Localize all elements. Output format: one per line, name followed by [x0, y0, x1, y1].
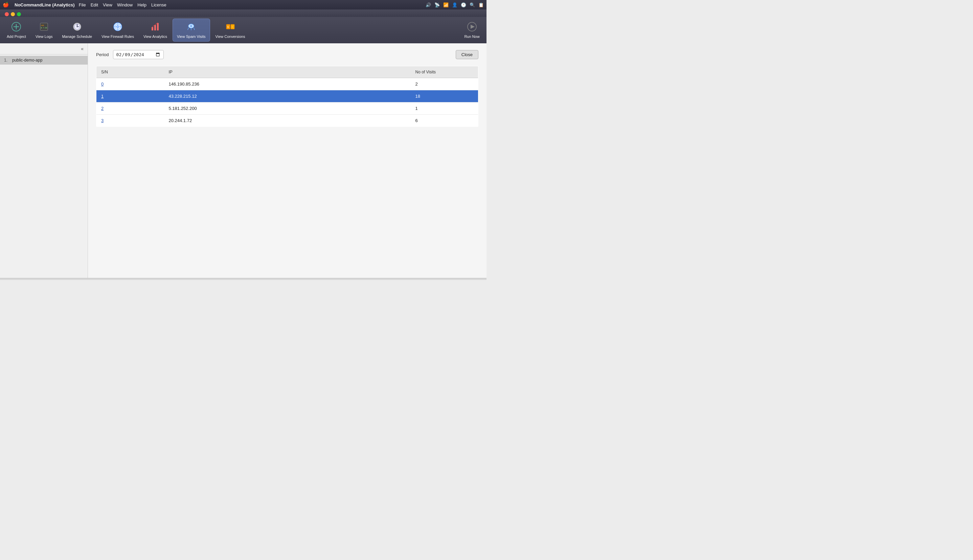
table-cell-sn: 1	[97, 90, 164, 102]
view-firewall-icon	[113, 22, 123, 33]
svg-text:VAR: VAR	[41, 24, 44, 27]
table-row[interactable]: 3 20.244.1.72 6	[97, 115, 478, 127]
svg-text:$: $	[227, 26, 229, 28]
table-row[interactable]: 0 146.190.85.236 2	[97, 78, 478, 90]
svg-line-24	[194, 28, 195, 30]
view-logs-icon: VAR W 7:36	[39, 22, 49, 33]
toolbar-run-now[interactable]: Run Now	[460, 18, 484, 42]
maximize-traffic-light[interactable]	[17, 12, 21, 16]
menubar-right: 🔊 📡 📶 👤 🕐 🔍 📋	[426, 2, 484, 7]
toolbar-view-conversions[interactable]: $ ↑ View Conversions	[212, 18, 249, 42]
table-row[interactable]: 2 5.181.252.200 1	[97, 102, 478, 115]
table-header: S/N IP No of Visits	[97, 66, 478, 78]
sidebar-list: 1. public-demo-app	[0, 55, 88, 66]
sidebar-item-number: 1.	[4, 58, 10, 63]
add-project-label: Add Project	[7, 35, 26, 38]
svg-rect-16	[152, 27, 153, 30]
table-cell-sn: 3	[97, 115, 164, 127]
menu-license[interactable]: License	[151, 2, 167, 7]
toolbar-add-project[interactable]: Add Project	[3, 18, 30, 42]
app-name: NoCommandLine (Analytics)	[15, 2, 75, 7]
toolbar: Add Project VAR W 7:36 View Logs Manage …	[0, 17, 486, 43]
table-cell-visits: 1	[411, 102, 478, 115]
broadcast-icon: 📡	[434, 2, 440, 7]
table-header-visits: No of Visits	[411, 66, 478, 78]
volume-icon: 🔊	[426, 2, 431, 7]
view-conversions-icon: $ ↑	[225, 22, 235, 33]
table-cell-visits: 2	[411, 78, 478, 90]
run-now-label: Run Now	[464, 35, 479, 38]
toolbar-view-firewall-rules[interactable]: View Firewall Rules	[97, 18, 138, 42]
menu-view[interactable]: View	[103, 2, 112, 7]
menu-edit[interactable]: Edit	[91, 2, 98, 7]
period-label: Period	[96, 52, 109, 57]
sn-link-1[interactable]: 1	[101, 94, 103, 99]
toolbar-view-analytics[interactable]: View Analytics	[139, 18, 171, 42]
view-firewall-label: View Firewall Rules	[102, 35, 134, 38]
apple-menu[interactable]: 🍎	[3, 2, 9, 8]
period-input[interactable]	[113, 50, 164, 59]
menubar-items: File Edit View Window Help License	[79, 2, 167, 7]
menu-help[interactable]: Help	[137, 2, 147, 7]
table-row[interactable]: 1 43.228.215.12 18	[97, 90, 478, 102]
table-body: 0 146.190.85.236 2 1 43.228.215.12 18 2 …	[97, 78, 478, 127]
svg-text:W 7:36: W 7:36	[41, 27, 47, 29]
table-cell-ip: 146.190.85.236	[164, 78, 411, 90]
add-project-icon	[11, 22, 21, 33]
minimize-traffic-light[interactable]	[11, 12, 15, 16]
sidebar: « 1. public-demo-app	[0, 43, 88, 278]
view-conversions-label: View Conversions	[215, 35, 245, 38]
period-bar: Period Close	[96, 50, 478, 59]
close-button[interactable]: Close	[456, 50, 478, 59]
table-header-sn: S/N	[97, 66, 164, 78]
sn-link-3[interactable]: 3	[101, 118, 103, 123]
table-cell-sn: 0	[97, 78, 164, 90]
close-traffic-light[interactable]	[5, 12, 9, 16]
control-center-icon[interactable]: 📋	[478, 2, 484, 7]
table-cell-ip: 20.244.1.72	[164, 115, 411, 127]
menu-file[interactable]: File	[79, 2, 86, 7]
spam-visits-table: S/N IP No of Visits 0 146.190.85.236 2 1…	[96, 66, 478, 127]
manage-schedule-label: Manage Schedule	[62, 35, 92, 38]
sidebar-item-label: public-demo-app	[12, 58, 42, 63]
sidebar-item-public-demo-app[interactable]: 1. public-demo-app	[0, 56, 88, 65]
toolbar-manage-schedule[interactable]: Manage Schedule	[58, 18, 96, 42]
svg-text:↑: ↑	[232, 26, 233, 28]
svg-point-10	[77, 26, 77, 27]
sn-link-0[interactable]: 0	[101, 82, 103, 87]
menubar: 🍎 NoCommandLine (Analytics) File Edit Vi…	[0, 0, 486, 10]
wifi-icon: 📶	[443, 2, 449, 7]
toolbar-view-spam-visits[interactable]: View Spam Visits	[172, 18, 210, 42]
main-content: Period Close S/N IP No of Visits 0 146.1…	[88, 43, 486, 278]
table-cell-sn: 2	[97, 102, 164, 115]
menu-window[interactable]: Window	[117, 2, 133, 7]
view-spam-icon	[186, 22, 196, 33]
statusbar: ⚙ v0.0.1	[0, 278, 486, 280]
svg-rect-18	[157, 23, 159, 30]
table-cell-ip: 43.228.215.12	[164, 90, 411, 102]
app-body: « 1. public-demo-app Period Close S/N IP…	[0, 43, 486, 278]
search-icon[interactable]: 🔍	[470, 2, 475, 7]
sn-link-2[interactable]: 2	[101, 106, 103, 111]
table-header-ip: IP	[164, 66, 411, 78]
clock-icon: 🕐	[461, 2, 466, 7]
view-analytics-label: View Analytics	[144, 35, 167, 38]
svg-marker-30	[471, 25, 475, 29]
svg-rect-17	[154, 25, 156, 30]
run-now-icon	[467, 22, 477, 33]
traffic-lights	[5, 12, 21, 16]
svg-line-22	[188, 28, 189, 30]
manage-schedule-icon	[72, 22, 82, 33]
sidebar-collapse-button[interactable]: «	[80, 45, 85, 52]
toolbar-view-logs[interactable]: VAR W 7:36 View Logs	[32, 18, 57, 42]
sidebar-header: «	[0, 43, 88, 55]
view-spam-label: View Spam Visits	[177, 35, 206, 38]
view-logs-label: View Logs	[35, 35, 53, 38]
table-cell-visits: 18	[411, 90, 478, 102]
svg-point-21	[191, 25, 192, 27]
view-analytics-icon	[150, 22, 160, 33]
table-cell-ip: 5.181.252.200	[164, 102, 411, 115]
user-icon: 👤	[452, 2, 457, 7]
table-cell-visits: 6	[411, 115, 478, 127]
